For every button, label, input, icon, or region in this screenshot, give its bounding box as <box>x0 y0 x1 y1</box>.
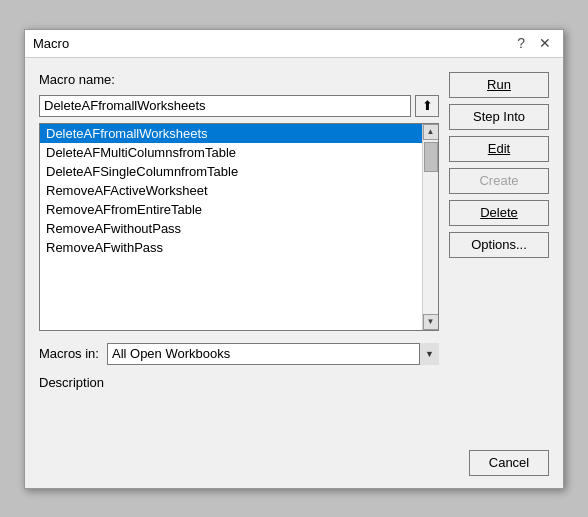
dialog-title: Macro <box>33 36 69 51</box>
upload-button[interactable]: ⬆ <box>415 95 439 117</box>
macros-in-select-wrapper: All Open WorkbooksThis Workbook ▼ <box>107 343 439 365</box>
scrollbar-track[interactable]: ▲ ▼ <box>422 124 438 330</box>
macros-in-row: Macros in: All Open WorkbooksThis Workbo… <box>39 343 439 365</box>
macro-name-label: Macro name: <box>39 72 439 87</box>
list-item[interactable]: DeleteAFSingleColumnfromTable <box>40 162 422 181</box>
macro-name-row: ⬆ <box>39 95 439 117</box>
macros-in-label: Macros in: <box>39 346 99 361</box>
edit-button[interactable]: Edit <box>449 136 549 162</box>
dialog-body: Macro name: ⬆ DeleteAFfromallWorksheetsD… <box>25 58 563 444</box>
options-button[interactable]: Options... <box>449 232 549 258</box>
step-into-button[interactable]: Step Into <box>449 104 549 130</box>
macro-list[interactable]: DeleteAFfromallWorksheetsDeleteAFMultiCo… <box>40 124 422 330</box>
list-item[interactable]: DeleteAFMultiColumnsfromTable <box>40 143 422 162</box>
scrollbar-up-btn[interactable]: ▲ <box>423 124 439 140</box>
list-item[interactable]: RemoveAFActiveWorksheet <box>40 181 422 200</box>
list-item[interactable]: DeleteAFfromallWorksheets <box>40 124 422 143</box>
list-item[interactable]: RemoveAFfromEntireTable <box>40 200 422 219</box>
upload-icon: ⬆ <box>422 98 433 113</box>
macro-dialog: Macro ? ✕ Macro name: ⬆ DeleteAFfromallW… <box>24 29 564 489</box>
dialog-footer: Cancel <box>25 444 563 488</box>
description-label: Description <box>39 375 104 390</box>
left-panel: Macro name: ⬆ DeleteAFfromallWorksheetsD… <box>39 72 439 434</box>
list-item[interactable]: RemoveAFwithPass <box>40 238 422 257</box>
macro-list-container: DeleteAFfromallWorksheetsDeleteAFMultiCo… <box>39 123 439 331</box>
title-bar: Macro ? ✕ <box>25 30 563 58</box>
cancel-button[interactable]: Cancel <box>469 450 549 476</box>
macros-in-select[interactable]: All Open WorkbooksThis Workbook <box>107 343 439 365</box>
create-button[interactable]: Create <box>449 168 549 194</box>
scrollbar-down-btn[interactable]: ▼ <box>423 314 439 330</box>
close-button[interactable]: ✕ <box>535 36 555 50</box>
list-item[interactable]: RemoveAFwithoutPass <box>40 219 422 238</box>
help-button[interactable]: ? <box>513 36 529 50</box>
macro-name-input[interactable] <box>39 95 411 117</box>
run-button[interactable]: Run <box>449 72 549 98</box>
description-section: Description <box>39 375 439 434</box>
delete-button[interactable]: Delete <box>449 200 549 226</box>
title-bar-controls: ? ✕ <box>513 36 555 50</box>
scrollbar-thumb[interactable] <box>424 142 438 172</box>
description-box <box>39 394 439 434</box>
right-panel: Run Step Into Edit Create Delete Options… <box>449 72 549 434</box>
